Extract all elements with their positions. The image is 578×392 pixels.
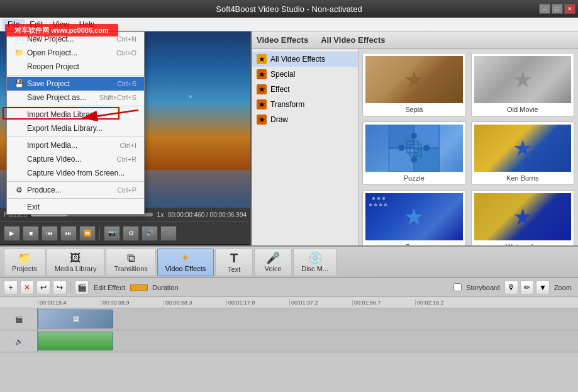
tab-voice[interactable]: 🎤 Voice bbox=[254, 249, 292, 276]
effect-puzzle-label: Puzzle bbox=[365, 174, 463, 182]
tl-redo-button[interactable]: ↪ bbox=[53, 281, 67, 294]
tl-undo-button[interactable]: ↩ bbox=[36, 281, 50, 294]
storyboard-check: Storyboard 🎙 ✏ ▼ Zoom bbox=[453, 281, 574, 294]
tab-projects-icon: 📁 bbox=[18, 252, 31, 264]
new-project-shortcut: Ctrl+N bbox=[117, 35, 136, 43]
tab-projects[interactable]: 📁 Projects bbox=[4, 249, 45, 276]
svg-point-4 bbox=[411, 133, 417, 139]
cat-draw-icon: ★ bbox=[257, 115, 267, 125]
tab-text[interactable]: T Text bbox=[215, 249, 253, 276]
effect-watercolor[interactable]: Watercolor bbox=[471, 190, 575, 245]
save-as-label: Save Project as... bbox=[27, 93, 86, 102]
more-button[interactable]: ⋯ bbox=[160, 226, 177, 241]
snapshot-button[interactable]: 📷 bbox=[104, 226, 120, 241]
category-all[interactable]: ★ All Video Effects bbox=[252, 52, 358, 67]
import-lib-label: Import Media Library... bbox=[27, 110, 102, 119]
maximize-button[interactable]: □ bbox=[552, 4, 563, 14]
duration-color bbox=[130, 284, 148, 291]
next-frame-button[interactable]: ⏭ bbox=[60, 226, 77, 241]
menu-exit[interactable]: Exit bbox=[7, 200, 144, 214]
menu-save-project-as[interactable]: Save Project as... Shift+Ctrl+S bbox=[7, 91, 144, 104]
cat-all-icon: ★ bbox=[257, 54, 267, 64]
track-labels: 🎬 🔊 bbox=[0, 308, 38, 352]
import-lib-icon bbox=[14, 110, 23, 119]
cat-draw-label: Draw bbox=[270, 115, 288, 124]
menu-save-project[interactable]: 💾 Save Project Ctrl+S bbox=[7, 77, 144, 91]
minimize-button[interactable]: ─ bbox=[539, 4, 550, 14]
exit-label: Exit bbox=[27, 203, 40, 211]
app-title: Soft4Boost Video Studio - Non-activated bbox=[216, 4, 362, 14]
prev-frame-button[interactable]: ⏮ bbox=[42, 226, 58, 241]
category-special[interactable]: ★ Special bbox=[252, 67, 358, 82]
transport-controls: ▶ ■ ⏮ ⏭ ⏩ 📷 ⚙ 🔊 ⋯ bbox=[0, 221, 250, 244]
more-tl-button[interactable]: ▼ bbox=[536, 281, 550, 294]
category-draw[interactable]: ★ Draw bbox=[252, 112, 358, 127]
menu-reopen-project[interactable]: Reopen Project bbox=[7, 60, 144, 74]
tab-disc-menu[interactable]: 💿 Disc M... bbox=[293, 249, 336, 276]
menu-export-media-library[interactable]: Export Media Library... bbox=[7, 121, 144, 135]
tl-delete-button[interactable]: ✕ bbox=[20, 281, 34, 294]
effects-body: ★ All Video Effects ★ Special ★ Effect ★… bbox=[252, 49, 578, 245]
menu-produce[interactable]: ⚙ Produce... Ctrl+P bbox=[7, 183, 144, 197]
cat-special-label: Special bbox=[270, 70, 295, 79]
sep4 bbox=[7, 181, 144, 182]
effect-watercolor-thumb bbox=[474, 193, 572, 240]
save-as-icon bbox=[14, 93, 23, 102]
duration-block: Duration bbox=[130, 284, 181, 291]
menu-import-media[interactable]: Import Media... Ctrl+I bbox=[7, 138, 144, 152]
audio-button[interactable]: 🔊 bbox=[142, 226, 158, 241]
category-transform[interactable]: ★ Transform bbox=[252, 97, 358, 112]
tl-add-button[interactable]: + bbox=[4, 281, 18, 294]
effect-snow[interactable]: ❄ ❄ ❄ ❄ ❄ ❄ ❄ Snow bbox=[362, 190, 466, 245]
exit-icon bbox=[14, 203, 23, 211]
menu-open-project[interactable]: 📁 Open Project... Ctrl+O bbox=[7, 46, 144, 60]
bottom-tabs: 📁 Projects 🖼 Media Library ⧉ Transitions… bbox=[0, 245, 578, 278]
sep1 bbox=[7, 75, 144, 76]
track-content: 🖼 bbox=[38, 308, 578, 352]
tab-disc-icon: 💿 bbox=[308, 252, 322, 264]
record-button[interactable]: ⚙ bbox=[123, 226, 139, 241]
effect-ken-burns[interactable]: Ken Burns bbox=[471, 121, 575, 185]
open-project-label: Open Project... bbox=[27, 48, 77, 57]
menu-capture-screen[interactable]: Capture Video from Screen... bbox=[7, 166, 144, 180]
tab-transitions-label: Transitions bbox=[114, 265, 147, 272]
video-track[interactable]: 🖼 bbox=[38, 308, 578, 330]
effect-watercolor-label: Watercolor bbox=[474, 243, 572, 245]
transport-sep1 bbox=[99, 227, 100, 240]
video-clip[interactable]: 🖼 bbox=[38, 310, 113, 328]
import-media-label: Import Media... bbox=[27, 141, 77, 150]
timeline-ruler: 00:00:19.4 00:00:38.9 00:00:58.3 00:01:1… bbox=[0, 297, 578, 308]
menu-import-media-library[interactable]: Import Media Library... bbox=[7, 108, 144, 121]
forward-button[interactable]: ⏩ bbox=[79, 226, 96, 241]
effect-sepia[interactable]: Sepia bbox=[362, 53, 466, 116]
cat-effect-label: Effect bbox=[270, 85, 289, 94]
audio-track[interactable] bbox=[38, 330, 578, 352]
play-button[interactable]: ▶ bbox=[4, 226, 20, 241]
capture-label: Capture Video... bbox=[27, 155, 82, 164]
effect-puzzle[interactable]: Puzzle bbox=[362, 121, 466, 185]
tab-video-effects[interactable]: ✦ Video Effects bbox=[157, 249, 214, 276]
menu-capture-video[interactable]: Capture Video... Ctrl+R bbox=[7, 152, 144, 166]
all-video-effects-title: All Video Effects bbox=[321, 35, 385, 45]
tab-media-library[interactable]: 🖼 Media Library bbox=[47, 249, 105, 276]
tab-transitions[interactable]: ⧉ Transitions bbox=[106, 249, 155, 276]
mic-button[interactable]: 🎙 bbox=[504, 281, 518, 294]
tab-vfx-icon: ✦ bbox=[181, 252, 190, 264]
audio-clip[interactable] bbox=[38, 332, 113, 350]
snow4: ❄ bbox=[189, 94, 192, 99]
category-effect[interactable]: ★ Effect bbox=[252, 82, 358, 97]
import-media-shortcut: Ctrl+I bbox=[119, 142, 136, 149]
effect-old-movie[interactable]: Old Movie bbox=[471, 53, 575, 116]
tab-text-icon: T bbox=[230, 252, 238, 264]
edit-button[interactable]: ✏ bbox=[520, 281, 534, 294]
storyboard-checkbox[interactable] bbox=[453, 283, 462, 291]
file-dropdown-menu: 📄 New Project... Ctrl+N 📁 Open Project..… bbox=[6, 31, 145, 215]
produce-label: Produce... bbox=[27, 186, 62, 194]
export-lib-label: Export Media Library... bbox=[27, 124, 103, 133]
stop-button[interactable]: ■ bbox=[23, 226, 39, 241]
close-button[interactable]: ✕ bbox=[564, 4, 575, 14]
track-label-audio: 🔊 bbox=[0, 330, 37, 352]
svg-rect-3 bbox=[414, 148, 439, 172]
capture-screen-label: Capture Video from Screen... bbox=[27, 169, 125, 177]
capture-icon bbox=[14, 155, 23, 164]
